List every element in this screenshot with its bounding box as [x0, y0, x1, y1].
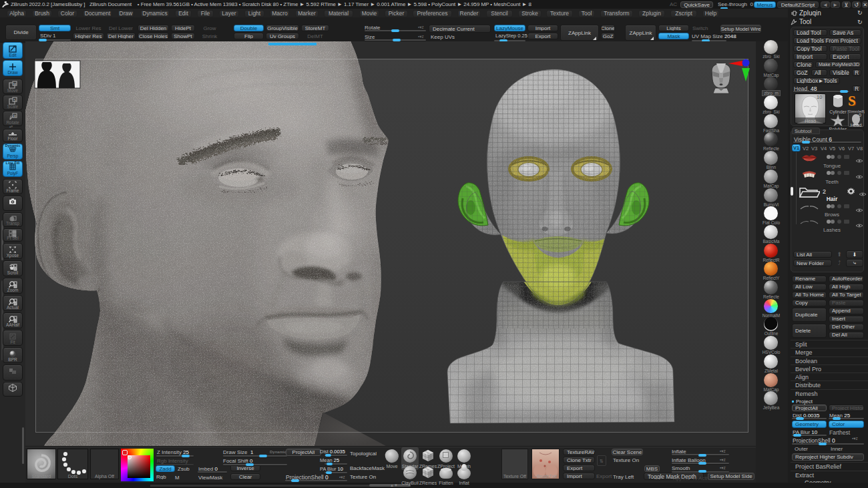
svg-text:R: R [13, 114, 16, 118]
svg-text:M: M [13, 82, 17, 86]
svg-text:S: S [13, 98, 16, 102]
